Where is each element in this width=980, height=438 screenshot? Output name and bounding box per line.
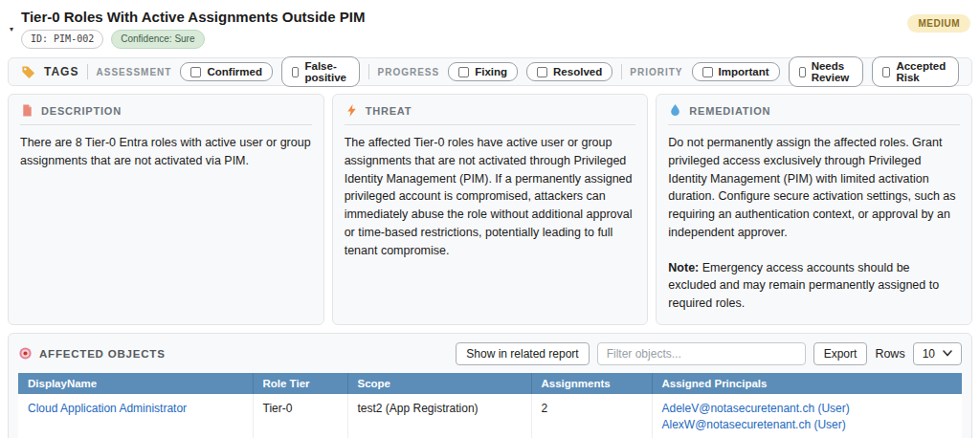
tag-label: Confirmed bbox=[207, 66, 262, 77]
checkbox-icon bbox=[882, 67, 890, 77]
rows-per-page-select[interactable]: 10 bbox=[913, 342, 962, 365]
collapse-caret-icon[interactable]: ▾ bbox=[10, 25, 13, 33]
target-icon bbox=[18, 346, 33, 361]
show-related-report-button[interactable]: Show in related report bbox=[456, 342, 589, 365]
column-header-assigned-principals[interactable]: Assigned Principals bbox=[652, 373, 962, 394]
checkbox-icon bbox=[702, 67, 713, 77]
threat-text: The affected Tier-0 roles have active us… bbox=[345, 134, 636, 259]
tag-label: Needs Review bbox=[812, 60, 854, 83]
role-tier-cell: Tier-0 bbox=[253, 394, 347, 438]
badges-row: ID: PIM-002 Confidence: Sure bbox=[21, 30, 972, 49]
checkbox-icon bbox=[537, 67, 547, 77]
checkbox-icon bbox=[799, 67, 806, 77]
principal-link[interactable]: AlexW@notasecuretenant.ch (User) bbox=[662, 417, 953, 433]
table-header-row: DisplayName Role Tier Scope Assignments … bbox=[18, 373, 962, 394]
note-label: Note: bbox=[668, 261, 699, 274]
tag-fixing-checkbox[interactable]: Fixing bbox=[448, 62, 518, 81]
filter-objects-input[interactable] bbox=[597, 342, 806, 365]
remediation-text: Do not permanently assign the affected r… bbox=[668, 134, 960, 242]
tag-group-progress-label: PROGRESS bbox=[378, 67, 440, 77]
column-header-displayname[interactable]: DisplayName bbox=[18, 373, 253, 394]
column-header-role-tier[interactable]: Role Tier bbox=[253, 373, 347, 394]
export-button[interactable]: Export bbox=[813, 342, 868, 365]
table-row: Cloud Application Administrator Tier-0 t… bbox=[18, 394, 962, 438]
page-title: Tier-0 Roles With Active Assignments Out… bbox=[21, 6, 972, 25]
scope-cell: test2 (App Registration) bbox=[347, 394, 531, 438]
principal-link[interactable]: AdeleV@notasecuretenant.ch (User) bbox=[662, 401, 953, 417]
checkbox-icon bbox=[292, 67, 300, 77]
affected-objects-header: AFFECTED OBJECTS Show in related report … bbox=[18, 342, 962, 365]
tags-bar: TAGS ASSESSMENT Confirmed False-positive… bbox=[8, 57, 972, 86]
threat-panel: THREAT The affected Tier-0 roles have ac… bbox=[332, 94, 649, 325]
affected-objects-table: DisplayName Role Tier Scope Assignments … bbox=[18, 373, 962, 438]
lightning-icon bbox=[345, 103, 359, 118]
table-controls: Show in related report Export Rows 10 bbox=[456, 342, 962, 365]
document-icon bbox=[20, 103, 34, 118]
checkbox-icon bbox=[458, 67, 469, 77]
tag-group-assessment-label: ASSESSMENT bbox=[97, 67, 172, 77]
role-link[interactable]: Cloud Application Administrator bbox=[28, 402, 187, 415]
note-text: Emergency access accounts should be excl… bbox=[668, 261, 939, 311]
panel-title: DESCRIPTION bbox=[41, 105, 122, 117]
column-header-assignments[interactable]: Assignments bbox=[531, 373, 652, 394]
info-panels-row: DESCRIPTION There are 8 Tier-0 Entra rol… bbox=[8, 94, 972, 325]
tag-accepted-risk-checkbox[interactable]: Accepted Risk bbox=[872, 56, 959, 87]
severity-badge: MEDIUM bbox=[907, 14, 970, 33]
rows-label: Rows bbox=[875, 347, 904, 361]
divider bbox=[345, 124, 636, 125]
tag-false-positive-checkbox[interactable]: False-positive bbox=[281, 56, 360, 87]
tag-important-checkbox[interactable]: Important bbox=[692, 62, 780, 81]
principals-cell: AdeleV@notasecuretenant.ch (User) AlexW@… bbox=[652, 394, 962, 438]
description-panel: DESCRIPTION There are 8 Tier-0 Entra rol… bbox=[8, 94, 324, 325]
column-header-scope[interactable]: Scope bbox=[347, 373, 531, 394]
tag-needs-review-checkbox[interactable]: Needs Review bbox=[789, 56, 864, 87]
tag-label: False-positive bbox=[304, 60, 349, 83]
finding-id-badge: ID: PIM-002 bbox=[21, 30, 103, 49]
tag-label: Accepted Risk bbox=[896, 60, 948, 83]
tag-label: Important bbox=[719, 66, 769, 77]
chevron-down-icon bbox=[943, 350, 952, 357]
tags-label: TAGS bbox=[44, 65, 78, 78]
confidence-badge: Confidence: Sure bbox=[111, 30, 204, 49]
divider bbox=[668, 124, 960, 125]
checkbox-icon bbox=[190, 67, 201, 77]
tag-group-priority-label: PRIORITY bbox=[630, 67, 682, 77]
panel-title: THREAT bbox=[366, 105, 412, 117]
rows-value: 10 bbox=[923, 347, 935, 361]
tag-resolved-checkbox[interactable]: Resolved bbox=[526, 62, 612, 81]
divider bbox=[20, 124, 312, 125]
affected-objects-title: AFFECTED OBJECTS bbox=[39, 348, 166, 360]
remediation-note: Note: Emergency access accounts should b… bbox=[668, 259, 960, 313]
finding-report-page: ▾ Tier-0 Roles With Active Assignments O… bbox=[0, 0, 980, 438]
report-header: ▾ Tier-0 Roles With Active Assignments O… bbox=[8, 6, 972, 49]
tag-confirmed-checkbox[interactable]: Confirmed bbox=[180, 62, 273, 81]
tag-label: Resolved bbox=[553, 66, 602, 77]
droplet-icon bbox=[668, 103, 682, 118]
tag-icon bbox=[21, 65, 35, 79]
assignments-cell: 2 bbox=[531, 394, 652, 438]
remediation-panel: REMEDIATION Do not permanently assign th… bbox=[656, 94, 972, 325]
description-text: There are 8 Tier-0 Entra roles with acti… bbox=[20, 134, 312, 170]
affected-objects-panel: AFFECTED OBJECTS Show in related report … bbox=[8, 333, 972, 438]
tag-label: Fixing bbox=[475, 66, 507, 77]
panel-title: REMEDIATION bbox=[689, 105, 770, 117]
